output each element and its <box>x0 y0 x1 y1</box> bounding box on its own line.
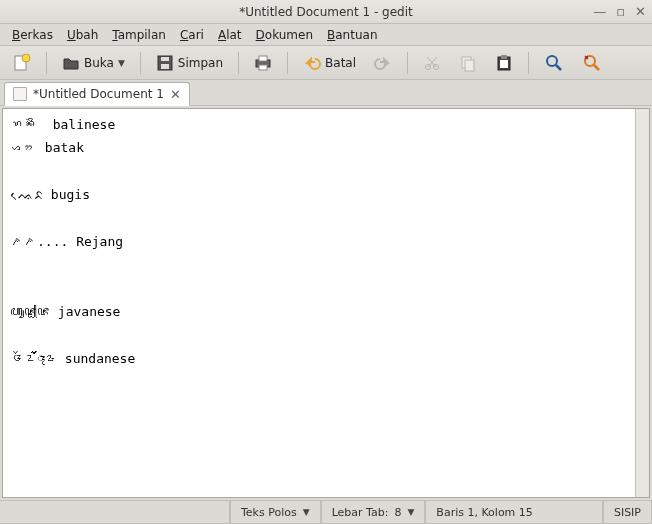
undo-label: Batal <box>325 56 356 70</box>
find-replace-button[interactable] <box>575 49 609 77</box>
dropdown-icon: ▼ <box>407 507 414 517</box>
toolbar-separator <box>140 52 141 74</box>
folder-open-icon <box>62 54 80 72</box>
copy-icon <box>459 54 477 72</box>
toolbar-separator <box>287 52 288 74</box>
toolbar-separator <box>528 52 529 74</box>
toolbar: Buka ▼ Simpan Batal <box>0 46 652 80</box>
open-button[interactable]: Buka ▼ <box>55 50 132 76</box>
document-icon <box>13 87 27 101</box>
tab-close-icon[interactable]: ✕ <box>170 88 181 101</box>
save-label: Simpan <box>178 56 223 70</box>
svg-rect-4 <box>161 57 169 61</box>
svg-rect-14 <box>500 60 508 68</box>
svg-point-15 <box>547 56 557 66</box>
minimize-icon[interactable]: — <box>593 5 606 18</box>
vertical-scrollbar[interactable] <box>635 109 649 497</box>
window-title: *Untitled Document 1 - gedit <box>239 5 413 19</box>
menu-ubah[interactable]: Ubah <box>61 26 104 44</box>
undo-icon <box>303 54 321 72</box>
titlebar: *Untitled Document 1 - gedit — ▫ ✕ <box>0 0 652 24</box>
maximize-icon[interactable]: ▫ <box>616 5 625 18</box>
tab-label: *Untitled Document 1 <box>33 87 164 101</box>
svg-rect-13 <box>501 55 507 59</box>
find-button[interactable] <box>537 49 571 77</box>
paste-button[interactable] <box>488 50 520 76</box>
statusbar: Teks Polos ▼ Lebar Tab: 8 ▼ Baris 1, Kol… <box>0 500 652 524</box>
redo-icon <box>374 54 392 72</box>
new-button[interactable] <box>6 50 38 76</box>
document-tab[interactable]: *Untitled Document 1 ✕ <box>4 82 190 106</box>
save-icon <box>156 54 174 72</box>
cut-button[interactable] <box>416 50 448 76</box>
open-label: Buka <box>84 56 114 70</box>
tabwidth-label: Lebar Tab: <box>332 506 389 519</box>
editor-area[interactable]: ᬭᬦᬶ balinese ᯀᯂ batak ᨕᨙᨅ bugis ꤰꤰ.... R… <box>2 108 650 498</box>
search-icon <box>544 53 564 73</box>
editor-content[interactable]: ᬭᬦᬶ balinese ᯀᯂ batak ᨕᨙᨅ bugis ꤰꤰ.... R… <box>3 109 649 374</box>
cursor-position: Baris 1, Kolom 15 <box>425 501 603 524</box>
tabbar: *Untitled Document 1 ✕ <box>0 80 652 106</box>
dropdown-icon: ▼ <box>303 507 310 517</box>
cut-icon <box>423 54 441 72</box>
svg-rect-11 <box>465 60 474 71</box>
status-empty <box>0 501 230 524</box>
position-label: Baris 1, Kolom 15 <box>436 506 532 519</box>
window-controls: — ▫ ✕ <box>593 5 646 18</box>
tabwidth-value: 8 <box>394 506 401 519</box>
menu-tampilan[interactable]: Tampilan <box>106 26 172 44</box>
svg-point-1 <box>22 54 30 62</box>
print-icon <box>254 54 272 72</box>
copy-button[interactable] <box>452 50 484 76</box>
mode-label: SISIP <box>614 506 641 519</box>
undo-button[interactable]: Batal <box>296 50 363 76</box>
toolbar-separator <box>46 52 47 74</box>
new-file-icon <box>13 54 31 72</box>
toolbar-separator <box>238 52 239 74</box>
menu-cari[interactable]: Cari <box>174 26 210 44</box>
menu-berkas[interactable]: Berkas <box>6 26 59 44</box>
svg-rect-3 <box>161 64 169 69</box>
dropdown-icon: ▼ <box>118 58 125 68</box>
menubar: Berkas Ubah Tampilan Cari Alat Dokumen B… <box>0 24 652 46</box>
close-icon[interactable]: ✕ <box>635 5 646 18</box>
save-button[interactable]: Simpan <box>149 50 230 76</box>
tabwidth-selector[interactable]: Lebar Tab: 8 ▼ <box>321 501 426 524</box>
find-replace-icon <box>582 53 602 73</box>
svg-rect-6 <box>259 56 267 61</box>
syntax-label: Teks Polos <box>241 506 297 519</box>
menu-bantuan[interactable]: Bantuan <box>321 26 383 44</box>
menu-alat[interactable]: Alat <box>212 26 248 44</box>
redo-button[interactable] <box>367 50 399 76</box>
print-button[interactable] <box>247 50 279 76</box>
svg-rect-7 <box>259 65 267 70</box>
paste-icon <box>495 54 513 72</box>
insert-mode[interactable]: SISIP <box>603 501 652 524</box>
toolbar-separator <box>407 52 408 74</box>
menu-dokumen[interactable]: Dokumen <box>250 26 319 44</box>
syntax-selector[interactable]: Teks Polos ▼ <box>230 501 321 524</box>
